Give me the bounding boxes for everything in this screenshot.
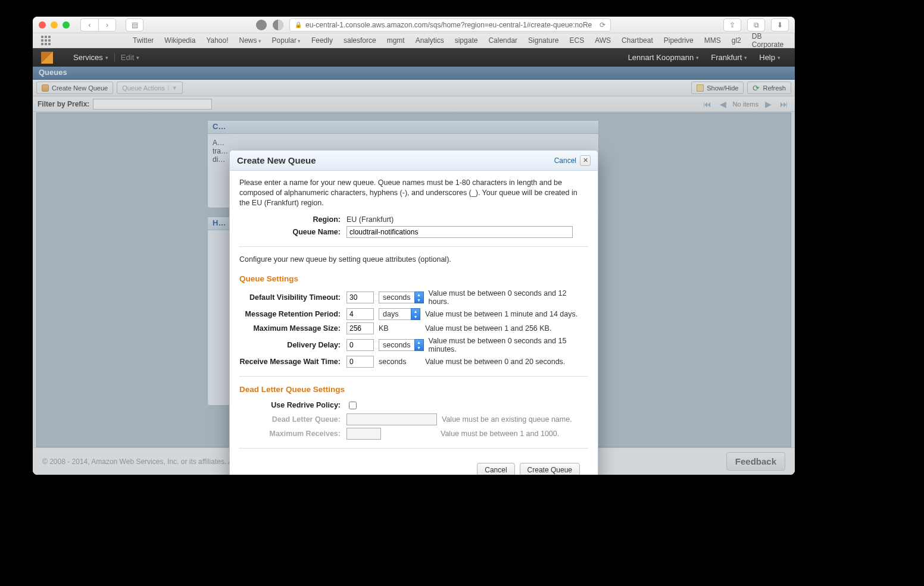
queue-name-label: Queue Name: [239,228,346,236]
bookmark-mms[interactable]: MMS [704,36,721,45]
delay-unit-select[interactable]: seconds▲▼ [379,339,424,351]
maxsize-input[interactable] [346,322,374,334]
user-menu[interactable]: Lennart Koopmann▾ [622,53,706,62]
bookmark-feedly[interactable]: Feedly [311,36,333,45]
zoom-window-icon[interactable] [63,21,70,29]
apps-grid-icon[interactable] [41,36,51,45]
bookmark-ecs[interactable]: ECS [569,36,584,45]
dlq-hint: Value must be an existing queue name. [442,415,572,424]
bookmark-news[interactable]: News▾ [239,36,261,45]
delay-hint: Value must be between 0 seconds and 15 m… [429,337,588,353]
window-chrome: ‹ › ▤ 🔒 eu-central-1.console.aws.amazon.… [33,17,795,33]
maxsize-label: Maximum Message Size: [239,324,346,333]
url-bar[interactable]: 🔒 eu-central-1.console.aws.amazon.com/sq… [289,18,611,32]
delay-label: Delivery Delay: [239,341,346,349]
maxsize-hint: Value must be between 1 and 256 KB. [425,324,551,333]
lock-icon: 🔒 [295,21,302,28]
retention-hint: Value must be between 1 minute and 14 da… [425,310,578,318]
bookmark-yahoo-[interactable]: Yahoo! [206,36,228,45]
bookmark-chartbeat[interactable]: Chartbeat [622,36,653,45]
bookmark-popular[interactable]: Popular▾ [272,36,301,45]
queue-settings-heading: Queue Settings [239,274,588,283]
minimize-window-icon[interactable] [51,21,58,29]
dlq-heading: Dead Letter Queue Settings [239,385,588,394]
modal-intro: Please enter a name for your new queue. … [239,178,588,208]
bookmark-wikipedia[interactable]: Wikipedia [164,36,195,45]
maxrec-hint: Value must be between 1 and 1000. [441,430,559,438]
maxsize-unit: KB [379,324,420,333]
modal-cancel-button[interactable]: Cancel [477,463,514,475]
retention-input[interactable] [346,308,374,320]
reader-shield-icon[interactable] [273,20,283,30]
close-window-icon[interactable] [39,21,46,29]
dlq-label: Dead Letter Queue: [239,415,346,424]
help-menu[interactable]: Help▾ [753,53,786,62]
visibility-hint: Value must be between 0 seconds and 12 h… [429,289,588,306]
modal-cancel-link[interactable]: Cancel [554,156,576,165]
maxrec-label: Maximum Receives: [239,430,346,438]
wait-label: Receive Message Wait Time: [239,358,346,366]
retention-unit-select[interactable]: days▲▼ [379,308,420,320]
downloads-button[interactable]: ⬇ [771,18,789,32]
delay-input[interactable] [346,339,374,351]
services-menu[interactable]: Services▾ [67,53,114,62]
modal-create-button[interactable]: Create Queue [520,463,580,475]
close-icon[interactable]: ✕ [580,155,591,166]
redrive-label: Use Redrive Policy: [239,401,346,409]
bookmark-calendar[interactable]: Calendar [488,36,517,45]
bookmark-twitter[interactable]: Twitter [133,36,154,45]
region-value: EU (Frankfurt) [346,215,588,224]
visibility-input[interactable] [346,292,374,303]
bookmark-mgmt[interactable]: mgmt [387,36,405,45]
browser-window: ‹ › ▤ 🔒 eu-central-1.console.aws.amazon.… [33,17,795,475]
chevron-down-icon: ▾ [258,38,261,44]
nav-buttons: ‹ › [80,18,116,32]
configure-text: Configure your new queue by setting queu… [239,255,588,264]
visibility-label: Default Visibility Timeout: [239,293,346,302]
tracker-shield-icon[interactable] [256,20,267,30]
create-queue-modal: Create New Queue Cancel ✕ Please enter a… [229,150,598,475]
chevron-down-icon: ▾ [298,38,301,44]
forward-button[interactable]: › [98,18,116,32]
wait-hint: Value must be between 0 and 20 seconds. [425,358,565,366]
maxrec-input [346,428,381,440]
bookmark-bar: TwitterWikipediaYahoo!News▾Popular▾Feedl… [33,33,795,48]
bookmark-analytics[interactable]: Analytics [416,36,444,45]
aws-logo-icon[interactable] [41,52,53,64]
visibility-unit-select[interactable]: seconds▲▼ [379,292,424,303]
bookmark-signature[interactable]: Signature [528,36,558,45]
url-text: eu-central-1.console.aws.amazon.com/sqs/… [305,21,596,29]
bookmark-pipedrive[interactable]: Pipedrive [664,36,694,45]
bookmark-db-corporate[interactable]: DB Corporate [752,32,783,49]
new-tab-button[interactable]: ＋ [794,33,795,48]
traffic-lights [39,21,70,29]
redrive-checkbox[interactable] [349,402,357,409]
modal-header: Create New Queue Cancel ✕ [230,151,598,171]
reload-icon[interactable]: ⟳ [600,21,605,29]
region-label: Region: [239,215,346,224]
bookmark-aws[interactable]: AWS [595,36,611,45]
bookmark-gl2[interactable]: gl2 [732,36,741,45]
sidebar-toggle-icon[interactable]: ▤ [126,18,143,32]
edit-menu[interactable]: Edit▾ [114,53,145,62]
dlq-input [346,413,437,425]
bookmark-salesforce[interactable]: salesforce [344,36,376,45]
wait-unit: seconds [379,358,420,366]
modal-title: Create New Queue [237,155,316,165]
queue-name-input[interactable] [346,226,573,238]
retention-label: Message Retention Period: [239,310,346,318]
region-menu[interactable]: Frankfurt▾ [705,53,753,62]
content-area: Queues Create New Queue Queue Actions ▼ … [33,67,795,475]
share-button[interactable]: ⇪ [723,18,741,32]
bookmark-sipgate[interactable]: sipgate [455,36,478,45]
back-button[interactable]: ‹ [80,18,98,32]
aws-header: Services▾ Edit▾ Lennart Koopmann▾ Frankf… [33,48,795,67]
tabs-button[interactable]: ⧉ [747,18,765,32]
wait-input[interactable] [346,356,374,368]
